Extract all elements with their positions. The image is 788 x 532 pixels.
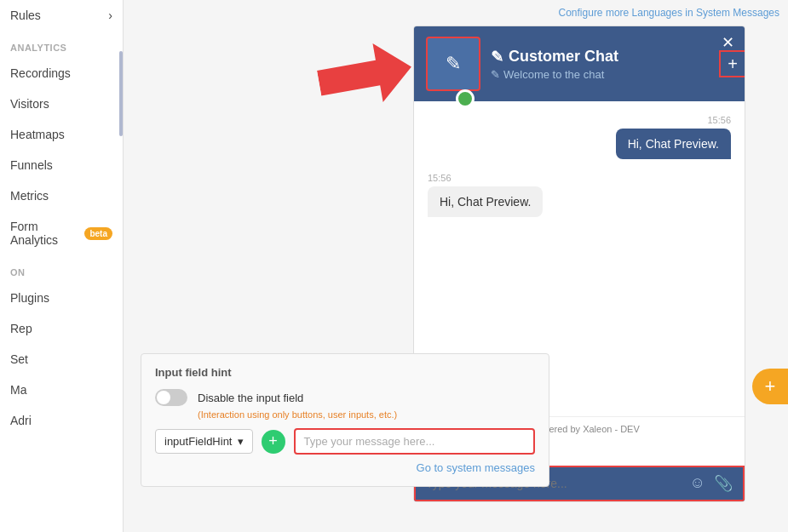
- sidebar-funnels-label: Funnels: [10, 158, 53, 172]
- hint-panel-title: Input field hint: [155, 366, 535, 379]
- message-time-right: 15:56: [428, 115, 731, 125]
- sidebar-heatmaps-label: Heatmaps: [10, 128, 65, 141]
- disable-input-toggle[interactable]: [155, 389, 187, 406]
- sidebar-item-recordings[interactable]: Recordings: [0, 58, 123, 89]
- beta-badge: beta: [84, 227, 112, 240]
- top-bar: Configure more Languages in System Messa…: [124, 0, 788, 26]
- chat-title: ✎ Customer Chat: [491, 48, 733, 66]
- chat-header-icon-box: ✎: [426, 37, 480, 91]
- chat-subtitle-icon: ✎: [491, 68, 500, 81]
- svg-marker-0: [314, 37, 417, 112]
- online-indicator: [456, 89, 475, 108]
- sidebar-visitors-label: Visitors: [10, 97, 49, 111]
- chat-title-edit-icon: ✎: [491, 48, 503, 66]
- chat-subtitle: ✎ Welcome to the chat: [491, 68, 733, 81]
- chat-subtitle-text: Welcome to the chat: [503, 68, 604, 81]
- sidebar-rep-label: Rep: [10, 322, 32, 335]
- chat-input-icons: ☺ 📎: [690, 474, 733, 493]
- sidebar-item-metrics[interactable]: Metrics: [0, 180, 123, 211]
- hint-sub-text: (Interaction using only buttons, user in…: [198, 409, 535, 420]
- message-time-left: 15:56: [428, 173, 731, 183]
- sidebar-item-plugins[interactable]: Plugins: [0, 283, 123, 313]
- sidebar-form-analytics-label: Form Analytics: [10, 220, 79, 247]
- sidebar-item-funnels[interactable]: Funnels: [0, 150, 123, 180]
- chat-add-button[interactable]: +: [719, 50, 745, 77]
- sidebar-plugins-label: Plugins: [10, 291, 49, 305]
- red-arrow-icon: [313, 33, 420, 129]
- disable-input-label: Disable the input field: [198, 392, 303, 404]
- sidebar-item-visitors[interactable]: Visitors: [0, 89, 123, 119]
- sidebar-item-heatmaps[interactable]: Heatmaps: [0, 119, 123, 150]
- add-input-button[interactable]: +: [262, 430, 285, 454]
- analytics-section-label: ANALYTICS: [0, 31, 123, 58]
- yellow-fab-icon: +: [765, 375, 776, 398]
- sidebar-item-rep[interactable]: Rep: [0, 313, 123, 344]
- main-content: Configure more Languages in System Messa…: [124, 0, 788, 532]
- chat-title-text: Customer Chat: [509, 48, 618, 66]
- chat-header-info: ✎ Customer Chat ✎ Welcome to the chat: [491, 48, 733, 81]
- message-input-placeholder: Type your message here...: [304, 435, 435, 448]
- sidebar-metrics-label: Metrics: [10, 189, 49, 203]
- plus-icon: +: [268, 432, 278, 450]
- dropdown-label: inputFieldHint: [164, 435, 233, 448]
- sidebar-set-label: Set: [10, 352, 28, 366]
- on-section-label: ON: [0, 255, 123, 283]
- edit-icon: ✎: [446, 53, 461, 75]
- sidebar-item-rules[interactable]: Rules ›: [0, 0, 123, 31]
- yellow-fab-button[interactable]: +: [752, 369, 788, 404]
- sidebar-ma-label: Ma: [10, 383, 26, 397]
- attachment-icon[interactable]: 📎: [714, 474, 733, 493]
- hint-panel: Input field hint Disable the input field…: [141, 353, 549, 487]
- message-bubble-left: Hi, Chat Preview.: [428, 186, 543, 217]
- emoji-icon[interactable]: ☺: [690, 474, 705, 493]
- sidebar-recordings-label: Recordings: [10, 66, 71, 80]
- sidebar-adri-label: Adri: [10, 414, 32, 427]
- hint-bottom-row: inputFieldHint ▾ + Type your message her…: [155, 428, 535, 455]
- sidebar-item-ma[interactable]: Ma: [0, 375, 123, 405]
- message-input-preview[interactable]: Type your message here...: [294, 428, 536, 455]
- configure-link[interactable]: Configure more Languages in System Messa…: [559, 7, 779, 19]
- sidebar-item-form-analytics[interactable]: Form Analytics beta: [0, 211, 123, 255]
- input-field-dropdown[interactable]: inputFieldHint ▾: [155, 429, 253, 454]
- chevron-right-icon: ›: [108, 9, 112, 22]
- go-to-system-link[interactable]: Go to system messages: [155, 461, 535, 474]
- chat-close-button[interactable]: ✕: [722, 33, 734, 52]
- hint-toggle-row: Disable the input field: [155, 389, 535, 406]
- chevron-down-icon: ▾: [238, 435, 244, 448]
- sidebar-scrollbar[interactable]: [119, 51, 123, 136]
- message-bubble-right: Hi, Chat Preview.: [616, 129, 731, 159]
- sidebar: Rules › ANALYTICS Recordings Visitors He…: [0, 0, 124, 532]
- sidebar-item-adri[interactable]: Adri: [0, 405, 123, 436]
- sidebar-item-set[interactable]: Set: [0, 344, 123, 375]
- sidebar-item-rules-label: Rules: [10, 9, 41, 22]
